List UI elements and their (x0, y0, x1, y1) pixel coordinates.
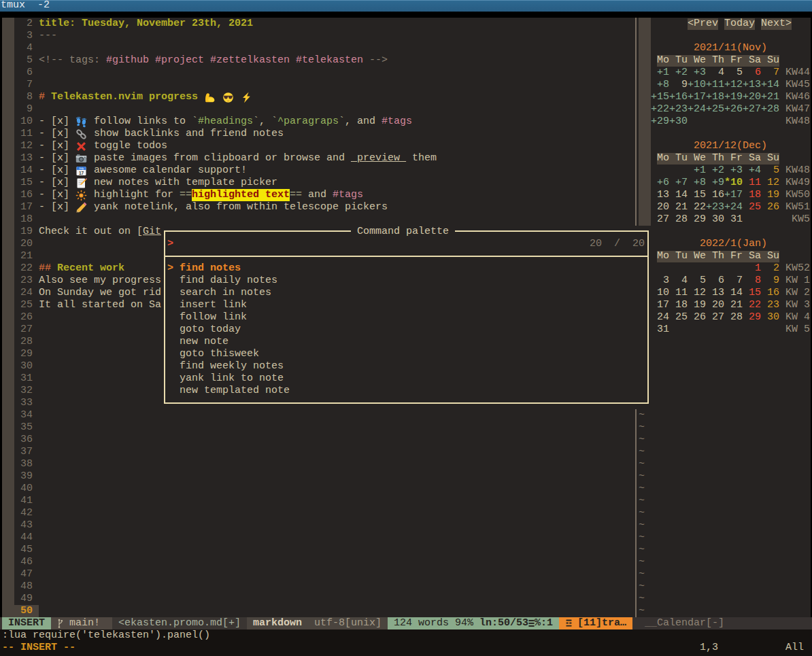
svg-text:17: 17 (79, 170, 84, 175)
svg-text:July: July (79, 167, 84, 170)
